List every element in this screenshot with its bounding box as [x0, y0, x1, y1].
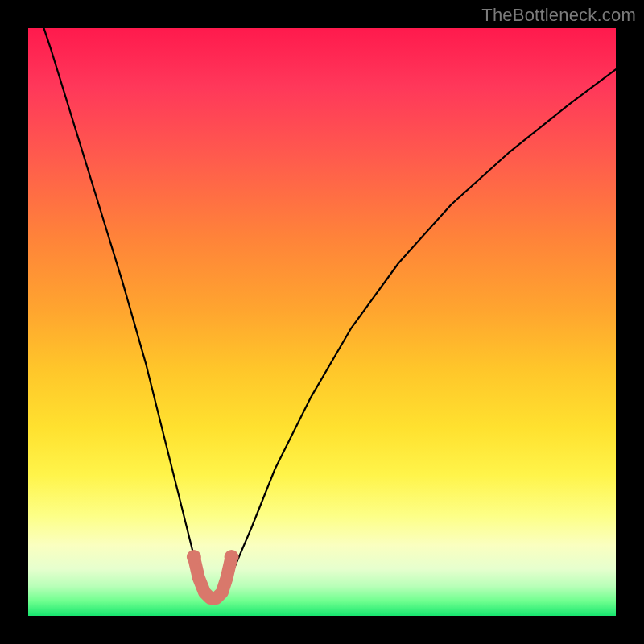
highlight-dot [187, 550, 201, 564]
bottleneck-curve [28, 0, 616, 598]
optimal-range-endpoints [187, 550, 239, 564]
highlight-dot [225, 550, 239, 564]
chart-frame: TheBottleneck.com [0, 0, 644, 644]
watermark-text: TheBottleneck.com [481, 5, 636, 26]
plot-svg [28, 28, 616, 616]
plot-area [28, 28, 616, 616]
optimal-range-highlight [194, 557, 232, 598]
